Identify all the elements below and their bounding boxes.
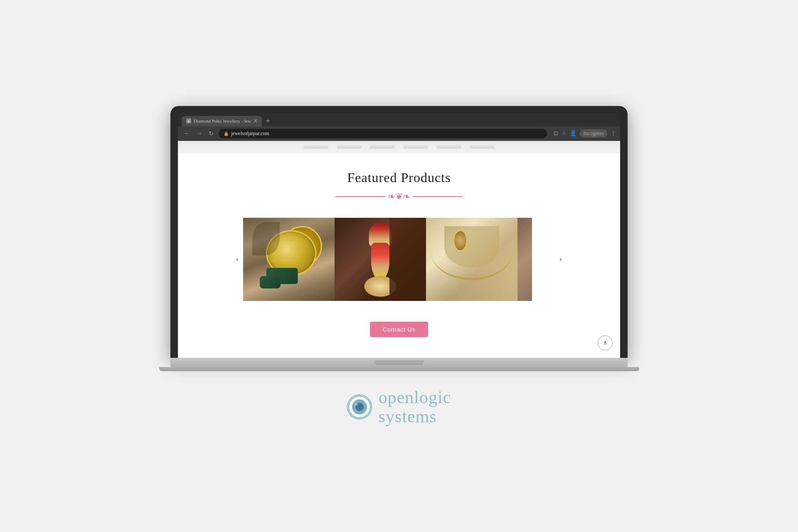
product-item-3[interactable]: [426, 218, 517, 301]
featured-products-section: Featured Products ❧❦❧ ‹: [178, 153, 620, 358]
product-item-1[interactable]: [243, 218, 335, 301]
laptop-screen-inner: ◆ Diamond Polki Jewellery - Jew ✕ + ← → …: [178, 113, 620, 358]
product-image-ruby-earring: [335, 218, 426, 301]
site-nav-blurred: [178, 141, 620, 153]
nav-blur-item: [370, 145, 395, 149]
address-bar[interactable]: 🔒 jewelsofjaipur.com: [219, 129, 547, 138]
tab-title: Diamond Polki Jewellery - Jew: [194, 118, 251, 123]
url-text: jewelsofjaipur.com: [231, 131, 269, 137]
browser-addressbar: ← → ↻ 🔒 jewelsofjaipur.com ⊡ ☆ 👤 Incogni…: [178, 126, 620, 141]
back-button[interactable]: ←: [182, 129, 191, 138]
nav-blur-item: [436, 145, 461, 149]
incognito-label: Incognito: [583, 130, 604, 137]
nav-blur-item: [303, 145, 328, 149]
laptop-base: [170, 358, 628, 367]
title-divider: ❧❦❧: [203, 192, 595, 201]
profile-icon[interactable]: 👤: [570, 130, 576, 137]
brand-line1: openlogic: [379, 388, 451, 407]
tab-close-button[interactable]: ✕: [254, 118, 258, 124]
nav-blur-item: [403, 145, 428, 149]
cast-icon[interactable]: ⊡: [554, 130, 558, 137]
menu-icon[interactable]: ⋮: [611, 130, 616, 137]
divider-line-right: [413, 196, 463, 197]
product-image-partial: [517, 218, 532, 301]
browser-actions: ⊡ ☆ 👤 Incognito ⋮: [554, 129, 616, 138]
openlogic-logo: [347, 394, 372, 419]
carousel-images: [243, 218, 555, 301]
browser-tabs: ◆ Diamond Polki Jewellery - Jew ✕ +: [178, 113, 620, 126]
bookmark-icon[interactable]: ☆: [562, 130, 566, 137]
nav-blur-item: [337, 145, 362, 149]
logo-svg: [348, 395, 371, 419]
brand-text: openlogic systems: [379, 388, 451, 426]
product-item-4[interactable]: [517, 218, 532, 301]
laptop-foot: [159, 367, 639, 371]
divider-ornament: ❧❦❧: [385, 192, 413, 201]
forward-button[interactable]: →: [195, 129, 204, 138]
browser-chrome: ◆ Diamond Polki Jewellery - Jew ✕ + ← → …: [178, 113, 620, 141]
new-tab-button[interactable]: +: [264, 117, 272, 125]
reload-button[interactable]: ↻: [207, 129, 215, 138]
product-image-necklace: [426, 218, 517, 301]
brand-footer: openlogic systems: [347, 388, 451, 426]
contact-us-button[interactable]: Contact Us: [370, 322, 428, 337]
incognito-badge: Incognito: [580, 129, 607, 138]
tab-favicon: ◆: [186, 118, 191, 123]
featured-title: Featured Products: [203, 170, 595, 185]
carousel-prev-button[interactable]: ‹: [232, 254, 243, 265]
laptop-notch: [374, 360, 424, 365]
product-item-2[interactable]: [335, 218, 426, 301]
browser-tab-active[interactable]: ◆ Diamond Polki Jewellery - Jew ✕: [182, 116, 262, 126]
laptop-screen-shell: ◆ Diamond Polki Jewellery - Jew ✕ + ← → …: [170, 106, 628, 358]
carousel-next-button[interactable]: ›: [555, 254, 566, 265]
nav-blur-item: [470, 145, 495, 149]
svg-point-3: [355, 403, 357, 406]
scroll-to-top-button[interactable]: ∧: [598, 335, 613, 350]
laptop-mockup: ◆ Diamond Polki Jewellery - Jew ✕ + ← → …: [170, 106, 628, 426]
product-image-earring-ring: [243, 218, 335, 301]
brand-line2: systems: [379, 407, 451, 426]
product-carousel: ‹: [203, 218, 595, 301]
chevron-up-icon: ∧: [603, 339, 607, 346]
lock-icon: 🔒: [224, 131, 229, 136]
divider-line-left: [335, 196, 385, 197]
website-content: Featured Products ❧❦❧ ‹: [178, 141, 620, 358]
